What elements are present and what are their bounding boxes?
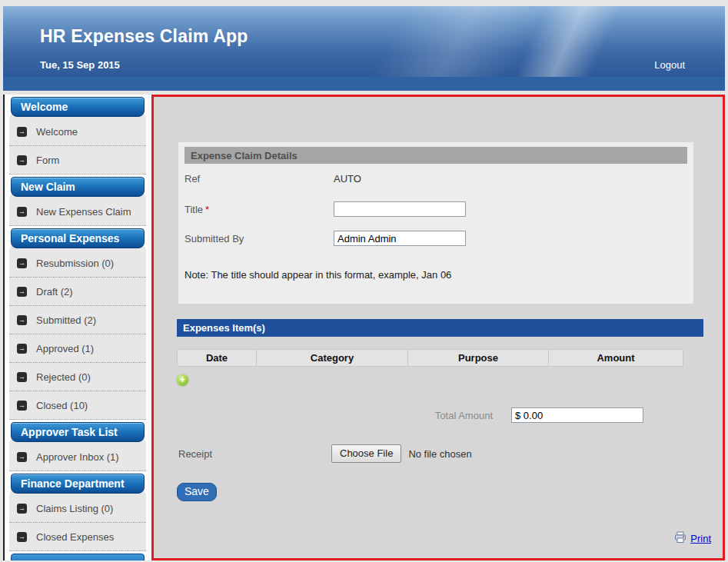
sidebar-item-label: Resubmission (0) bbox=[36, 258, 114, 269]
page: HR Expenses Claim App Tue, 15 Sep 2015 L… bbox=[3, 6, 725, 560]
sidebar-section-welcome: Welcome → Welcome → Form bbox=[8, 97, 147, 175]
sidebar-header-finance-department: Finance Department bbox=[11, 474, 145, 494]
total-amount-input[interactable] bbox=[511, 407, 643, 423]
sidebar: Welcome → Welcome → Form New Claim bbox=[5, 95, 151, 560]
arrow-right-icon: → bbox=[17, 127, 27, 137]
arrow-right-icon: → bbox=[17, 372, 27, 382]
sidebar-header-welcome: Welcome bbox=[11, 97, 145, 117]
title-input[interactable] bbox=[334, 201, 466, 217]
header-date: Tue, 15 Sep 2015 bbox=[40, 59, 120, 71]
sidebar-item-welcome[interactable]: → Welcome bbox=[9, 118, 146, 146]
sidebar-item-approved[interactable]: → Approved (1) bbox=[9, 334, 146, 363]
column-header-date: Date bbox=[178, 350, 257, 367]
sidebar-item-label: Claims Listing (0) bbox=[36, 503, 113, 514]
sidebar-item-claims-listing[interactable]: → Claims Listing (0) bbox=[9, 494, 146, 523]
sidebar-item-label: Draft (2) bbox=[36, 286, 73, 298]
sidebar-item-label: Rejected (0) bbox=[36, 371, 91, 383]
sidebar-item-closed[interactable]: → Closed (10) bbox=[9, 391, 146, 420]
required-marker: * bbox=[205, 204, 209, 215]
arrow-right-icon: → bbox=[17, 207, 27, 217]
sidebar-item-label: New Expenses Claim bbox=[36, 206, 131, 218]
column-header-category: Category bbox=[257, 350, 408, 367]
sidebar-item-draft[interactable]: → Draft (2) bbox=[9, 278, 146, 306]
arrow-right-icon: → bbox=[17, 258, 27, 268]
column-header-purpose: Purpose bbox=[408, 350, 549, 367]
arrow-right-icon: → bbox=[17, 532, 27, 542]
sidebar-header-approver-task-list: Approver Task List bbox=[11, 422, 145, 442]
arrow-right-icon: → bbox=[17, 401, 27, 411]
sidebar-item-approver-inbox[interactable]: → Approver Inbox (1) bbox=[9, 443, 146, 471]
ref-label: Ref bbox=[184, 173, 334, 185]
sidebar-section-header-partial bbox=[11, 554, 145, 560]
sidebar-item-label: Closed (10) bbox=[36, 400, 88, 411]
sidebar-item-form[interactable]: → Form bbox=[9, 146, 146, 175]
print-link[interactable]: Print bbox=[690, 533, 711, 544]
expenses-items-table: Date Category Purpose Amount bbox=[177, 349, 683, 367]
ref-value: AUTO bbox=[334, 173, 361, 185]
sidebar-item-label: Welcome bbox=[36, 126, 78, 138]
sidebar-section-approver-task-list: Approver Task List → Approver Inbox (1) bbox=[8, 422, 147, 471]
add-item-button plus-icon[interactable]: + bbox=[177, 374, 188, 386]
expenses-items-header: Expenses Item(s) bbox=[177, 319, 703, 337]
arrow-right-icon: → bbox=[17, 287, 27, 297]
sidebar-item-closed-expenses[interactable]: → Closed Expenses bbox=[9, 523, 146, 551]
total-amount-label: Total Amount bbox=[435, 410, 493, 421]
logout-link[interactable]: Logout bbox=[654, 59, 685, 71]
printer-icon bbox=[674, 531, 686, 546]
column-header-amount: Amount bbox=[549, 350, 683, 367]
sidebar-item-label: Closed Expenses bbox=[36, 531, 114, 543]
submitted-by-input[interactable] bbox=[334, 231, 466, 246]
sidebar-section-new-claim: New Claim → New Expenses Claim bbox=[8, 177, 147, 226]
sidebar-header-new-claim: New Claim bbox=[11, 177, 145, 197]
arrow-right-icon: → bbox=[17, 344, 27, 354]
arrow-right-icon: → bbox=[17, 504, 27, 514]
expense-claim-details-panel: Expense Claim Details Ref AUTO Title* Su… bbox=[178, 142, 693, 304]
main-form-area: Expense Claim Details Ref AUTO Title* Su… bbox=[151, 95, 725, 560]
save-button[interactable]: Save bbox=[177, 483, 217, 501]
arrow-right-icon: → bbox=[17, 452, 27, 462]
receipt-label: Receipt bbox=[178, 448, 331, 460]
sidebar-item-new-expenses-claim[interactable]: → New Expenses Claim bbox=[9, 198, 146, 226]
content-row: Welcome → Welcome → Form New Claim bbox=[3, 95, 725, 560]
sidebar-header-personal-expenses: Personal Expenses bbox=[11, 228, 145, 248]
app-title: HR Expenses Claim App bbox=[40, 26, 248, 47]
sidebar-item-label: Approved (1) bbox=[36, 343, 94, 354]
title-label: Title* bbox=[184, 204, 334, 215]
sidebar-item-submitted[interactable]: → Submitted (2) bbox=[9, 306, 146, 334]
header-strip bbox=[3, 77, 725, 91]
sidebar-item-resubmission[interactable]: → Resubmission (0) bbox=[9, 249, 146, 278]
sidebar-section-finance-department: Finance Department → Claims Listing (0) … bbox=[8, 474, 147, 551]
sidebar-item-label: Approver Inbox (1) bbox=[36, 451, 119, 463]
file-status-text: No file chosen bbox=[408, 448, 471, 460]
title-format-note: Note: The title should appear in this fo… bbox=[184, 269, 687, 281]
sidebar-section-personal-expenses: Personal Expenses → Resubmission (0) → D… bbox=[8, 228, 147, 420]
arrow-right-icon: → bbox=[17, 155, 27, 165]
sidebar-item-label: Submitted (2) bbox=[36, 314, 96, 326]
submitted-by-label: Submitted By bbox=[184, 233, 334, 244]
sidebar-item-label: Form bbox=[36, 155, 59, 166]
app-header: HR Expenses Claim App Tue, 15 Sep 2015 L… bbox=[3, 6, 725, 77]
details-panel-header: Expense Claim Details bbox=[184, 147, 687, 164]
sidebar-item-rejected[interactable]: → Rejected (0) bbox=[9, 363, 146, 391]
choose-file-button[interactable]: Choose File bbox=[331, 444, 401, 463]
arrow-right-icon: → bbox=[17, 315, 27, 325]
